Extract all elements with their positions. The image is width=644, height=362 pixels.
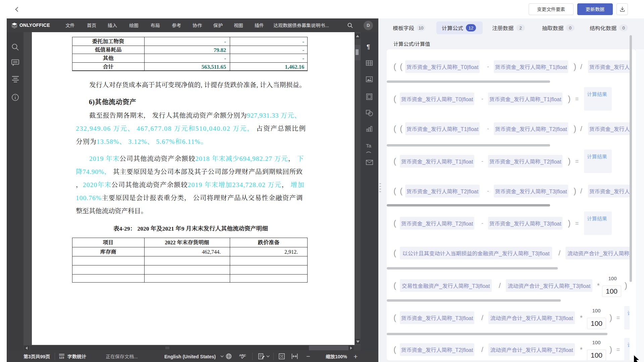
- svg-text:123: 123: [59, 356, 64, 359]
- svg-text:ABC: ABC: [239, 353, 246, 357]
